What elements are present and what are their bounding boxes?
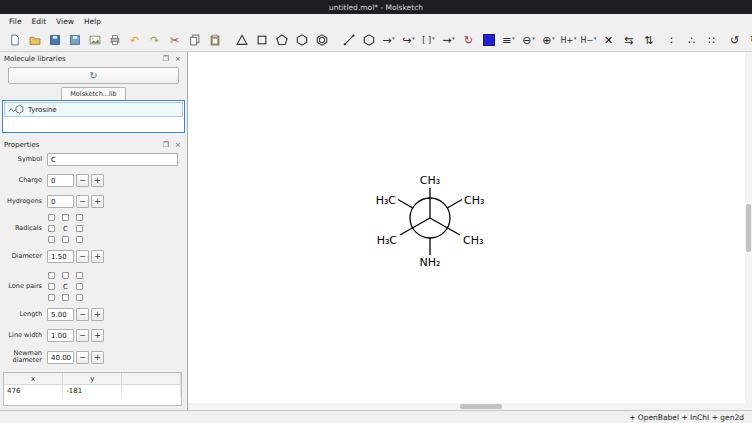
- cut[interactable]: ✂: [166, 32, 183, 49]
- newman-diameter-increment-button[interactable]: +: [91, 351, 104, 364]
- rotate-counterclockwise[interactable]: ↺: [726, 32, 743, 49]
- flip-horizontal[interactable]: ⇆: [620, 32, 637, 49]
- menu-help[interactable]: Help: [79, 16, 106, 27]
- float-icon[interactable]: ❐: [161, 140, 171, 150]
- hydrogens-increment-button[interactable]: +: [91, 195, 104, 208]
- benzene-ring[interactable]: [313, 32, 330, 49]
- export-image[interactable]: [86, 32, 103, 49]
- lone-pairs-checkbox-s[interactable]: [62, 294, 69, 301]
- new-document[interactable]: [6, 32, 23, 49]
- charge-value[interactable]: 0: [47, 174, 74, 187]
- canvas-horizontal-scrollbar[interactable]: [188, 403, 745, 410]
- horizontal-scrollbar-thumb[interactable]: [460, 404, 502, 409]
- charge-increment-button[interactable]: +: [91, 174, 104, 187]
- cyclopropane-ring[interactable]: [233, 32, 250, 49]
- mechanism-arrow-tool[interactable]: ⇝▾: [440, 32, 457, 49]
- decrease-charge[interactable]: ⊖▾: [520, 32, 537, 49]
- color-picker[interactable]: [480, 32, 497, 49]
- title-bar[interactable]: untitled.mol* - Molsketch: [0, 0, 752, 14]
- remove-hydrogen[interactable]: H−▾: [580, 32, 597, 49]
- library-tab[interactable]: Molsketch...lib: [61, 87, 126, 100]
- lone-pairs-checkbox-se[interactable]: [76, 294, 83, 301]
- atom-label-upper-right[interactable]: CH₃: [464, 194, 484, 207]
- reaction-arrow-tool[interactable]: →▾: [380, 32, 397, 49]
- diameter-decrement-button[interactable]: −: [76, 250, 89, 263]
- redo[interactable]: ↷: [146, 32, 163, 49]
- delete-tool[interactable]: ✕: [600, 32, 617, 49]
- save-as[interactable]: [66, 32, 83, 49]
- line-width-increment-button[interactable]: +: [91, 329, 104, 342]
- line-width-decrement-button[interactable]: −: [76, 329, 89, 342]
- copy[interactable]: [186, 32, 203, 49]
- hydrogens-value[interactable]: 0: [47, 195, 74, 208]
- lone-pairs-checkbox-sw[interactable]: [48, 294, 55, 301]
- lone-pairs-checkbox-n[interactable]: [62, 272, 69, 279]
- diameter-value[interactable]: 1.50: [47, 250, 74, 263]
- lone-pair-tool[interactable]: ∶: [663, 32, 680, 49]
- radicals-checkbox-ne[interactable]: [76, 214, 83, 221]
- paste[interactable]: [206, 32, 223, 49]
- coords-cell[interactable]: -181: [63, 385, 122, 398]
- electron-pair-tool[interactable]: ∷: [703, 32, 720, 49]
- library-item-tyrosine[interactable]: Tyrosine: [4, 102, 183, 117]
- radicals-checkbox-n[interactable]: [62, 214, 69, 221]
- atom-label-lower-left[interactable]: H₃C: [377, 234, 398, 247]
- bracket-frame-tool[interactable]: [ ]▾: [420, 32, 437, 49]
- close-icon[interactable]: ×: [173, 54, 183, 64]
- coords-cell[interactable]: [122, 385, 181, 398]
- float-icon[interactable]: ❐: [161, 54, 171, 64]
- ring-tool[interactable]: [360, 32, 377, 49]
- line-width-value[interactable]: 1.00: [47, 329, 74, 342]
- cyclopentane-ring[interactable]: [273, 32, 290, 49]
- curved-arrow-tool[interactable]: ↪▾: [400, 32, 417, 49]
- coords-cell[interactable]: 476: [4, 385, 63, 398]
- flip-vertical[interactable]: ⇅: [640, 32, 657, 49]
- radicals-checkbox-se[interactable]: [76, 236, 83, 243]
- print[interactable]: [106, 32, 123, 49]
- bond-type-tool[interactable]: ≡▾: [500, 32, 517, 49]
- length-decrement-button[interactable]: −: [76, 308, 89, 321]
- radicals-checkbox-e[interactable]: [76, 225, 83, 232]
- lone-pairs-checkbox-ne[interactable]: [76, 272, 83, 279]
- atom-label-top[interactable]: CH₃: [420, 174, 440, 187]
- refresh-library-button[interactable]: ↻: [8, 67, 179, 84]
- lone-pairs-checkbox-w[interactable]: [48, 283, 55, 290]
- undo[interactable]: ↶: [126, 32, 143, 49]
- rotate-clockwise[interactable]: ↻: [746, 32, 752, 49]
- cyclobutane-ring[interactable]: [253, 32, 270, 49]
- menu-view[interactable]: View: [51, 16, 79, 27]
- atom-label-lower-right[interactable]: CH₃: [463, 234, 483, 247]
- vertical-scrollbar-thumb[interactable]: [746, 204, 751, 252]
- hydrogens-decrement-button[interactable]: −: [76, 195, 89, 208]
- newman-diameter-value[interactable]: 40.00: [47, 351, 74, 364]
- menu-edit[interactable]: Edit: [27, 16, 52, 27]
- open-file[interactable]: [26, 32, 43, 49]
- charge-decrement-button[interactable]: −: [76, 174, 89, 187]
- cyclohexane-ring[interactable]: [293, 32, 310, 49]
- newman-projection-molecule[interactable]: CH₃ H₃C CH₃ H₃C CH₃ NH₂: [368, 170, 492, 272]
- reaction-cycle-tool[interactable]: ↻: [460, 32, 477, 49]
- draw-bond-tool[interactable]: [340, 32, 357, 49]
- radicals-checkbox-w[interactable]: [48, 225, 55, 232]
- lone-pairs-checkbox-e[interactable]: [76, 283, 83, 290]
- close-icon[interactable]: ×: [173, 140, 183, 150]
- radicals-checkbox-sw[interactable]: [48, 236, 55, 243]
- lone-pairs-checkbox-nw[interactable]: [48, 272, 55, 279]
- canvas-vertical-scrollbar[interactable]: [745, 52, 752, 410]
- menu-file[interactable]: File: [4, 16, 27, 27]
- drawing-canvas[interactable]: CH₃ H₃C CH₃ H₃C CH₃ NH₂: [188, 52, 752, 410]
- radicals-checkbox-s[interactable]: [62, 236, 69, 243]
- radical-tool[interactable]: ∴: [683, 32, 700, 49]
- symbol-input[interactable]: [47, 153, 178, 166]
- atom-label-bottom[interactable]: NH₂: [420, 256, 441, 269]
- radicals-checkbox-nw[interactable]: [48, 214, 55, 221]
- length-increment-button[interactable]: +: [91, 308, 104, 321]
- atom-label-upper-left[interactable]: H₃C: [376, 194, 397, 207]
- diameter-increment-button[interactable]: +: [91, 250, 104, 263]
- newman-diameter-decrement-button[interactable]: −: [76, 351, 89, 364]
- add-hydrogen[interactable]: H+▾: [560, 32, 577, 49]
- save[interactable]: [46, 32, 63, 49]
- increase-charge[interactable]: ⊕▾: [540, 32, 557, 49]
- molecule-library-list[interactable]: Tyrosine: [2, 100, 185, 133]
- length-value[interactable]: 5.00: [47, 308, 74, 321]
